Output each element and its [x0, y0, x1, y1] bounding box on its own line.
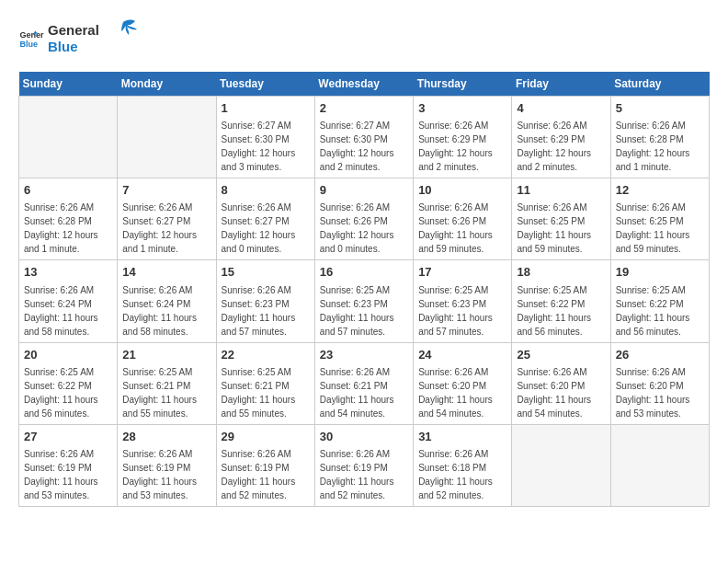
day-number: 13 [24, 264, 112, 281]
day-info: Sunrise: 6:26 AMSunset: 6:27 PMDaylight:… [122, 201, 210, 256]
calendar-week-4: 20 Sunrise: 6:25 AMSunset: 6:22 PMDaylig… [19, 342, 710, 424]
day-info: Sunrise: 6:25 AMSunset: 6:23 PMDaylight:… [418, 283, 506, 339]
calendar-cell: 30 Sunrise: 6:26 AMSunset: 6:19 PMDaylig… [314, 424, 413, 506]
day-number: 23 [320, 347, 408, 363]
day-info: Sunrise: 6:26 AMSunset: 6:28 PMDaylight:… [24, 201, 112, 256]
calendar-week-3: 13 Sunrise: 6:26 AMSunset: 6:24 PMDaylig… [19, 260, 710, 342]
calendar-week-2: 6 Sunrise: 6:26 AMSunset: 6:28 PMDayligh… [19, 178, 710, 260]
calendar-cell: 14 Sunrise: 6:26 AMSunset: 6:24 PMDaylig… [118, 260, 216, 342]
calendar-cell: 9 Sunrise: 6:26 AMSunset: 6:26 PMDayligh… [314, 178, 413, 260]
day-number: 7 [122, 182, 210, 199]
day-info: Sunrise: 6:26 AMSunset: 6:23 PMDaylight:… [222, 283, 310, 339]
day-info: Sunrise: 6:26 AMSunset: 6:20 PMDaylight:… [616, 365, 704, 420]
day-number: 29 [222, 429, 310, 445]
calendar-cell: 17 Sunrise: 6:25 AMSunset: 6:23 PMDaylig… [414, 260, 512, 342]
calendar-cell: 27 Sunrise: 6:26 AMSunset: 6:19 PMDaylig… [19, 424, 118, 506]
day-number: 4 [517, 100, 605, 117]
day-number: 10 [418, 182, 506, 199]
day-number: 28 [122, 429, 210, 445]
day-info: Sunrise: 6:25 AMSunset: 6:22 PMDaylight:… [24, 365, 112, 420]
day-info: Sunrise: 6:26 AMSunset: 6:25 PMDaylight:… [616, 201, 704, 256]
day-info: Sunrise: 6:27 AMSunset: 6:30 PMDaylight:… [320, 119, 408, 174]
day-info: Sunrise: 6:26 AMSunset: 6:29 PMDaylight:… [418, 119, 506, 174]
weekday-header-tuesday: Tuesday [216, 72, 314, 97]
day-info: Sunrise: 6:26 AMSunset: 6:24 PMDaylight:… [122, 283, 210, 339]
logo-bird-icon: General Blue [48, 18, 140, 57]
day-number: 21 [122, 347, 210, 363]
weekday-header-friday: Friday [512, 72, 610, 97]
calendar-week-1: 1 Sunrise: 6:27 AMSunset: 6:30 PMDayligh… [19, 97, 710, 178]
weekday-header-monday: Monday [118, 72, 216, 97]
calendar-cell: 7 Sunrise: 6:26 AMSunset: 6:27 PMDayligh… [118, 178, 216, 260]
day-number: 30 [320, 429, 408, 445]
calendar-cell: 18 Sunrise: 6:25 AMSunset: 6:22 PMDaylig… [512, 260, 610, 342]
weekday-header-sunday: Sunday [19, 72, 118, 97]
day-number: 17 [418, 264, 506, 281]
day-info: Sunrise: 6:26 AMSunset: 6:24 PMDaylight:… [24, 283, 112, 339]
calendar-cell [512, 424, 610, 506]
day-number: 5 [616, 100, 704, 117]
day-info: Sunrise: 6:26 AMSunset: 6:18 PMDaylight:… [418, 447, 506, 502]
day-info: Sunrise: 6:25 AMSunset: 6:22 PMDaylight:… [517, 283, 605, 339]
day-number: 15 [222, 264, 310, 281]
weekday-header-wednesday: Wednesday [314, 72, 413, 97]
day-number: 31 [418, 429, 506, 445]
logo: General Blue General Blue [18, 18, 140, 57]
page-header: General Blue General Blue [18, 18, 710, 57]
calendar-cell: 8 Sunrise: 6:26 AMSunset: 6:27 PMDayligh… [216, 178, 314, 260]
day-info: Sunrise: 6:26 AMSunset: 6:26 PMDaylight:… [320, 201, 408, 256]
svg-text:General: General [19, 30, 44, 40]
calendar-cell: 26 Sunrise: 6:26 AMSunset: 6:20 PMDaylig… [610, 342, 709, 424]
calendar-cell [118, 97, 216, 178]
calendar-cell: 19 Sunrise: 6:25 AMSunset: 6:22 PMDaylig… [610, 260, 709, 342]
calendar-cell [19, 97, 118, 178]
calendar-week-5: 27 Sunrise: 6:26 AMSunset: 6:19 PMDaylig… [19, 424, 710, 506]
day-number: 26 [616, 347, 704, 363]
day-number: 19 [616, 264, 704, 281]
calendar-cell: 31 Sunrise: 6:26 AMSunset: 6:18 PMDaylig… [414, 424, 512, 506]
calendar-cell [610, 424, 709, 506]
calendar-cell: 15 Sunrise: 6:26 AMSunset: 6:23 PMDaylig… [216, 260, 314, 342]
day-number: 11 [517, 182, 605, 199]
day-number: 9 [320, 182, 408, 199]
day-info: Sunrise: 6:26 AMSunset: 6:29 PMDaylight:… [517, 119, 605, 174]
calendar-cell: 6 Sunrise: 6:26 AMSunset: 6:28 PMDayligh… [19, 178, 118, 260]
calendar-cell: 24 Sunrise: 6:26 AMSunset: 6:20 PMDaylig… [414, 342, 512, 424]
calendar-cell: 20 Sunrise: 6:25 AMSunset: 6:22 PMDaylig… [19, 342, 118, 424]
day-number: 24 [418, 347, 506, 363]
calendar-cell: 5 Sunrise: 6:26 AMSunset: 6:28 PMDayligh… [610, 97, 709, 178]
day-number: 14 [122, 264, 210, 281]
calendar-cell: 12 Sunrise: 6:26 AMSunset: 6:25 PMDaylig… [610, 178, 709, 260]
svg-text:General: General [48, 22, 99, 38]
day-number: 18 [517, 264, 605, 281]
day-info: Sunrise: 6:26 AMSunset: 6:19 PMDaylight:… [122, 447, 210, 502]
day-info: Sunrise: 6:26 AMSunset: 6:19 PMDaylight:… [222, 447, 310, 502]
calendar-cell: 23 Sunrise: 6:26 AMSunset: 6:21 PMDaylig… [314, 342, 413, 424]
day-info: Sunrise: 6:26 AMSunset: 6:26 PMDaylight:… [418, 201, 506, 256]
day-info: Sunrise: 6:26 AMSunset: 6:19 PMDaylight:… [24, 447, 112, 502]
day-info: Sunrise: 6:26 AMSunset: 6:27 PMDaylight:… [222, 201, 310, 256]
day-info: Sunrise: 6:27 AMSunset: 6:30 PMDaylight:… [222, 119, 310, 174]
calendar-cell: 4 Sunrise: 6:26 AMSunset: 6:29 PMDayligh… [512, 97, 610, 178]
calendar-cell: 21 Sunrise: 6:25 AMSunset: 6:21 PMDaylig… [118, 342, 216, 424]
day-number: 25 [517, 347, 605, 363]
svg-text:Blue: Blue [19, 40, 38, 49]
calendar-table: SundayMondayTuesdayWednesdayThursdayFrid… [18, 72, 710, 507]
day-number: 6 [24, 182, 112, 199]
calendar-cell: 1 Sunrise: 6:27 AMSunset: 6:30 PMDayligh… [216, 97, 314, 178]
logo-icon: General Blue [18, 25, 44, 51]
calendar-cell: 29 Sunrise: 6:26 AMSunset: 6:19 PMDaylig… [216, 424, 314, 506]
day-number: 16 [320, 264, 408, 281]
weekday-header-row: SundayMondayTuesdayWednesdayThursdayFrid… [19, 72, 710, 97]
day-info: Sunrise: 6:26 AMSunset: 6:28 PMDaylight:… [616, 119, 704, 174]
weekday-header-saturday: Saturday [610, 72, 709, 97]
day-info: Sunrise: 6:26 AMSunset: 6:20 PMDaylight:… [517, 365, 605, 420]
day-info: Sunrise: 6:25 AMSunset: 6:21 PMDaylight:… [122, 365, 210, 420]
calendar-cell: 11 Sunrise: 6:26 AMSunset: 6:25 PMDaylig… [512, 178, 610, 260]
day-number: 12 [616, 182, 704, 199]
day-info: Sunrise: 6:25 AMSunset: 6:21 PMDaylight:… [222, 365, 310, 420]
day-number: 3 [418, 100, 506, 117]
calendar-cell: 25 Sunrise: 6:26 AMSunset: 6:20 PMDaylig… [512, 342, 610, 424]
calendar-cell: 10 Sunrise: 6:26 AMSunset: 6:26 PMDaylig… [414, 178, 512, 260]
calendar-cell: 28 Sunrise: 6:26 AMSunset: 6:19 PMDaylig… [118, 424, 216, 506]
